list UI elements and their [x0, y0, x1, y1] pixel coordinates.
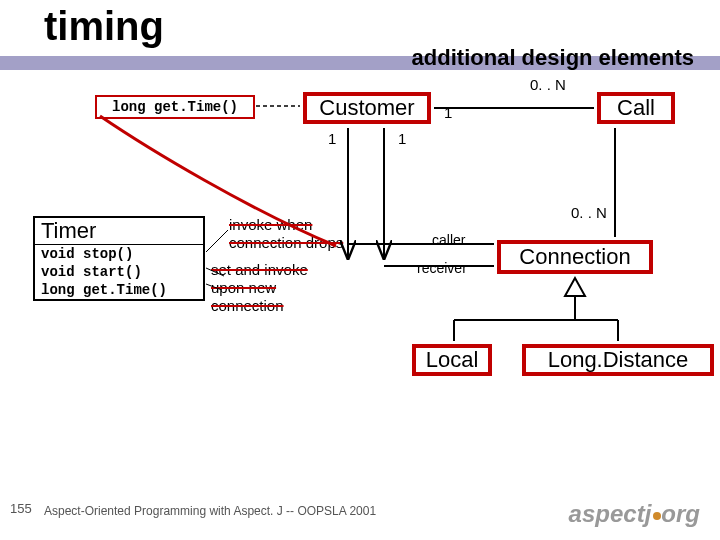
class-longdistance: Long.Distance [522, 344, 714, 376]
class-local: Local [412, 344, 492, 376]
note-invoke-2: connection drops [229, 234, 343, 251]
timer-name: Timer [35, 218, 203, 245]
gettime-box: long get.Time() [95, 95, 255, 119]
logo-suffix: org [661, 500, 700, 527]
footer-text: Aspect-Oriented Programming with Aspect.… [44, 504, 376, 518]
note-set-3: connection [211, 297, 284, 314]
slide-title: timing [44, 4, 164, 49]
mult-conn-n: 0. . N [571, 204, 607, 221]
role-caller: caller [432, 232, 465, 248]
logo-text: aspectj [569, 500, 652, 527]
slide: timing additional design elements long g… [0, 0, 720, 540]
mult-call-v1: 1 [398, 130, 406, 147]
timer-method-start: void start() [35, 263, 203, 281]
timer-method-gettime: long get.Time() [35, 281, 203, 299]
role-receiver: receiver [417, 260, 467, 276]
timer-method-stop: void stop() [35, 245, 203, 263]
class-timer: Timer void stop() void start() long get.… [33, 216, 205, 301]
slide-subtitle: additional design elements [412, 45, 694, 71]
class-connection: Connection [497, 240, 653, 274]
svg-line-13 [206, 230, 228, 252]
mult-call-n: 0. . N [530, 76, 566, 93]
note-set-1: set and invoke [211, 261, 308, 278]
class-customer: Customer [303, 92, 431, 124]
svg-marker-8 [565, 278, 585, 296]
mult-cust-v1: 1 [328, 130, 336, 147]
note-set-2: upon new [211, 279, 276, 296]
mult-cust-1: 1 [444, 104, 452, 121]
logo: aspectjorg [569, 500, 700, 528]
note-invoke-1: invoke when [229, 216, 312, 233]
page-number: 155 [10, 501, 32, 516]
class-call: Call [597, 92, 675, 124]
